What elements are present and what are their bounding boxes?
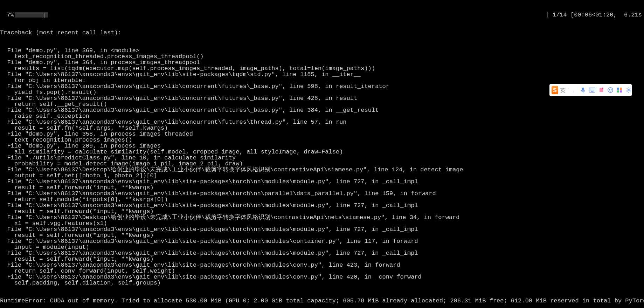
traceback-file-line: File "./utils\predictClass.py", line 10,… [0,155,644,161]
traceback-file-line: File "C:\Users\86137\anaconda3\envs\gait… [0,107,644,113]
traceback-file-line: File "C:\Users\86137\anaconda3\envs\gait… [0,203,644,208]
comma-icon[interactable]: ， [571,87,577,93]
svg-line-26 [630,91,631,92]
svg-point-10 [593,90,594,90]
progress-bar: | [15,12,48,18]
svg-rect-16 [617,88,619,90]
traceback-frames: File "demo.py", line 369, in <module> te… [0,48,644,286]
svg-rect-18 [617,90,619,93]
svg-point-3 [590,89,591,89]
traceback-code-line: self.padding, self.dilation, self.groups… [0,280,644,286]
smiley-icon[interactable] [607,87,614,93]
svg-point-7 [590,90,591,90]
apps-icon[interactable] [616,87,623,93]
svg-point-20 [628,89,630,91]
svg-line-27 [627,91,628,92]
traceback-error: RuntimeError: CUDA out of memory. Tried … [0,298,644,304]
traceback-code-line: result = self.forward(*input, **kwargs) [0,185,644,191]
traceback-file-line: File "C:\Users\86137\anaconda3\envs\gait… [0,179,644,185]
traceback-file-line: File "C:\Users\86137\Desktop\给创业的毕设\未完成\… [0,214,644,220]
traceback-code-line: yield fs.pop().result() [0,89,644,95]
traceback-code-line: return self.__get_result() [0,101,644,107]
traceback-file-line: File "C:\Users\86137\anaconda3\envs\gait… [0,119,644,125]
traceback-code-line: result = self.forward(*input, **kwargs) [0,208,644,214]
traceback-file-line: File "C:\Users\86137\anaconda3\envs\gait… [0,191,644,197]
traceback-code-line: return self._conv_forward(input, self.we… [0,268,644,274]
traceback-file-line: File "C:\Users\86137\anaconda3\envs\gait… [0,83,644,89]
svg-point-6 [593,89,594,89]
traceback-file-line: File "demo.py", line 369, in <module> [0,48,644,54]
ime-language-toggle[interactable]: 英 [560,87,566,93]
traceback-code-line: output = self.net([photo_1, photo_2])[0] [0,173,644,179]
traceback-code-line: result = self.fn(*self.args, **self.kwar… [0,125,644,131]
svg-line-25 [627,88,628,89]
svg-rect-0 [582,88,584,91]
traceback-file-line: File "demo.py", line 209, in process_ima… [0,143,644,149]
svg-point-4 [591,89,592,89]
svg-rect-17 [620,88,622,90]
svg-line-28 [630,88,631,89]
svg-point-9 [592,90,593,90]
progress-bar-divider: | [42,12,46,18]
traceback-code-line: result = self.forward(*input, **kwargs) [0,232,644,238]
traceback-file-line: File "C:\Users\86137\Desktop\给创业的毕设\未完成\… [0,167,644,173]
svg-point-15 [611,89,612,90]
svg-point-13 [608,88,613,93]
traceback-file-line: File "demo.py", line 358, in process_ima… [0,131,644,137]
traceback-file-line: File "C:\Users\86137\anaconda3\envs\gait… [0,71,644,77]
traceback-file-line: File "C:\Users\86137\anaconda3\envs\gait… [0,95,644,101]
keyboard-icon[interactable] [589,87,595,93]
traceback-file-line: File "C:\Users\86137\anaconda3\envs\gait… [0,238,644,244]
mic-icon[interactable] [580,87,586,93]
traceback-header: Traceback (most recent call last): [0,30,644,36]
traceback-code-line: text_recognition_threaded.process_images… [0,54,644,60]
progress-stats: | 1/14 [00:06<01:20, 6.21s [49,12,644,18]
terminal-output[interactable]: 7% | | 1/14 [00:06<01:20, 6.21s Tracebac… [0,0,644,308]
ime-logo-icon[interactable]: S [552,86,558,94]
svg-point-8 [591,90,592,90]
ime-toolbar[interactable]: S 英 ' ， [549,84,632,96]
traceback-code-line: x1 = self.vgg.features(x1) [0,220,644,226]
traceback-code-line: return self.module(*inputs[0], **kwargs[… [0,197,644,203]
traceback-file-line: File "demo.py", line 364, in process_ima… [0,60,644,66]
traceback-code-line: raise self._exception [0,113,644,119]
tqdm-progress: 7% | | 1/14 [00:06<01:20, 6.21s [0,12,644,18]
svg-point-5 [592,89,593,89]
traceback-file-line: File "C:\Users\86137\anaconda3\envs\gait… [0,226,644,232]
skin-icon[interactable] [598,87,604,93]
ime-separator: ' [568,87,569,93]
traceback-code-line: for obj in iterable: [0,77,644,83]
svg-point-12 [602,88,603,89]
svg-rect-19 [620,90,622,93]
traceback-code-line: probability = model.detect_image(image_1… [0,161,644,167]
traceback-code-line: input = module(input) [0,244,644,250]
traceback-code-line: all_similarity = calculate_similarity(se… [0,149,644,155]
traceback-file-line: File "C:\Users\86137\anaconda3\envs\gait… [0,250,644,256]
settings-icon[interactable] [625,87,632,93]
progress-percent: 7% [0,12,15,18]
traceback-file-line: File "C:\Users\86137\anaconda3\envs\gait… [0,274,644,280]
traceback-code-line: text_recognition.process_images() [0,137,644,143]
traceback-code-line: result = self.forward(*input, **kwargs) [0,256,644,262]
traceback-code-line: results = list(tqdm(executor.map(self.pr… [0,66,644,71]
traceback-file-line: File "C:\Users\86137\anaconda3\envs\gait… [0,262,644,268]
svg-rect-11 [591,91,594,92]
svg-point-14 [609,89,610,90]
